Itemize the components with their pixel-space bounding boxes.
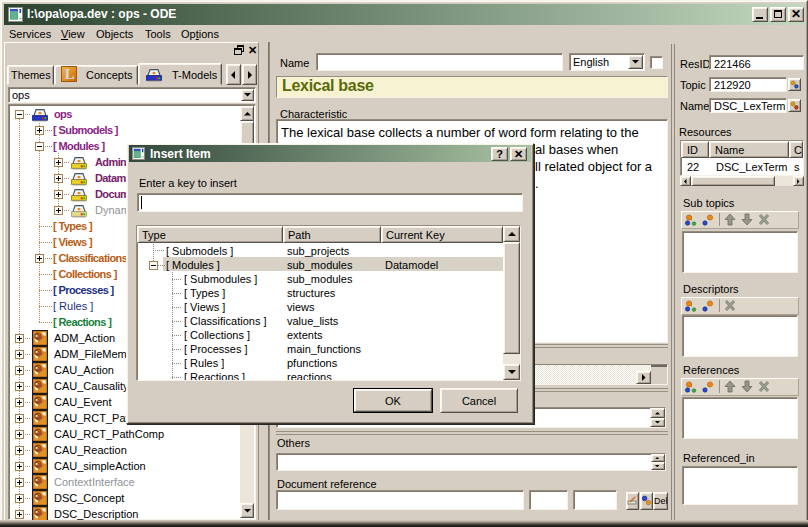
svg-text:L: L bbox=[64, 66, 74, 82]
